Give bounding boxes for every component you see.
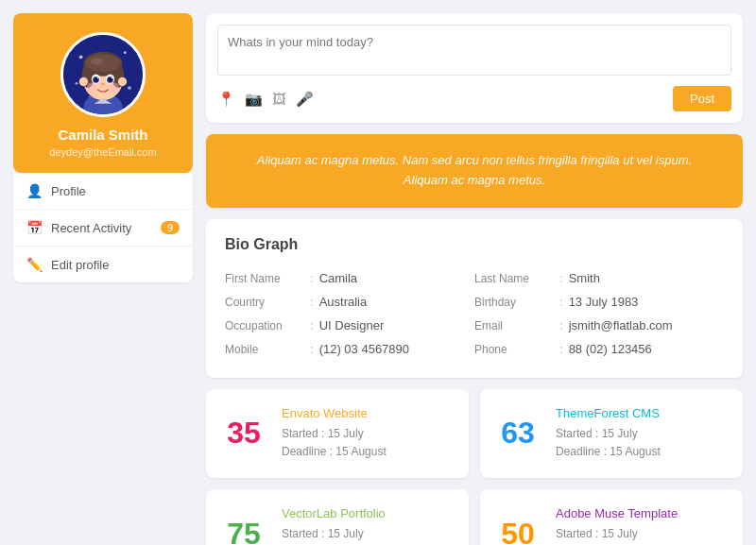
label-firstname: First Name [225, 272, 310, 285]
project-info-0: Envato Website Started : 15 July Deadlin… [282, 406, 454, 461]
value-country: Australia [319, 295, 368, 309]
project-started-3: Started : 15 July [556, 525, 728, 543]
project-number-3: 50 [495, 517, 541, 545]
sidebar-label-profile: Profile [51, 184, 86, 198]
project-card-1: 63 ThemeForest CMS Started : 15 July Dea… [480, 389, 743, 478]
svg-point-1 [79, 55, 83, 59]
project-number-2: 75 [221, 517, 266, 545]
label-mobile: Mobile [225, 343, 310, 356]
sidebar-item-edit-profile[interactable]: ✏️ Edit profile [13, 247, 193, 282]
value-email: jsmith@flatlab.com [569, 318, 673, 332]
bio-row-mobile: Mobile : (12) 03 4567890 [225, 337, 474, 361]
project-started-0: Started : 15 July [282, 425, 454, 443]
label-lastname: Last Name [474, 272, 559, 285]
profile-icon: 👤 [26, 183, 42, 198]
avatar [60, 32, 146, 117]
svg-point-13 [91, 58, 103, 64]
sidebar-label-activity: Recent Activity [51, 221, 131, 235]
value-mobile: (12) 03 4567890 [319, 342, 409, 356]
label-country: Country [225, 296, 310, 309]
value-lastname: Smith [569, 271, 600, 285]
post-area: 📍 📷 🖼 🎤 Post [206, 13, 743, 123]
value-phone: 88 (02) 123456 [569, 342, 652, 356]
project-name-2: VectorLab Portfolio [282, 506, 454, 520]
bio-row-firstname: First Name : Camila [225, 266, 474, 290]
svg-point-3 [76, 82, 78, 85]
bio-row-occupation: Occupation : UI Designer [225, 314, 474, 337]
sidebar-menu: 👤 Profile 📅 Recent Activity 9 ✏️ Edit pr… [13, 173, 193, 282]
profile-name: Camila Smith [58, 127, 147, 143]
banner-text: Aliquam ac magna metus. Nam sed arcu non… [257, 153, 692, 187]
bio-row-lastname: Last Name : Smith [474, 266, 724, 290]
project-info-1: ThemeForest CMS Started : 15 July Deadli… [556, 406, 728, 461]
svg-point-24 [101, 83, 106, 86]
microphone-icon[interactable]: 🎤 [296, 91, 314, 108]
post-textarea[interactable] [217, 25, 731, 76]
activity-badge: 9 [161, 221, 180, 234]
sidebar-item-profile[interactable]: 👤 Profile [13, 173, 193, 210]
value-firstname: Camila [319, 271, 357, 285]
bio-card: Bio Graph First Name : Camila Country : … [206, 219, 743, 378]
project-name-1: ThemeForest CMS [556, 406, 728, 420]
main-content: 📍 📷 🖼 🎤 Post Aliquam ac magna metus. Nam… [206, 13, 743, 545]
bio-grid: First Name : Camila Country : Australia … [225, 266, 724, 361]
project-started-1: Started : 15 July [556, 425, 728, 443]
label-birthday: Birthday [474, 296, 559, 309]
value-birthday: 13 July 1983 [569, 295, 639, 309]
projects-grid: 35 Envato Website Started : 15 July Dead… [206, 389, 743, 545]
project-deadline-0: Deadline : 15 August [282, 443, 454, 461]
label-occupation: Occupation [225, 319, 310, 332]
project-name-0: Envato Website [282, 406, 454, 420]
camera-icon[interactable]: 📷 [245, 91, 263, 108]
gallery-icon[interactable]: 🖼 [272, 91, 286, 107]
banner: Aliquam ac magna metus. Nam sed arcu non… [206, 134, 743, 208]
svg-point-23 [112, 77, 112, 78]
profile-card: Camila Smith deydey@theEmail.com [13, 13, 193, 173]
svg-point-26 [110, 82, 118, 91]
svg-point-2 [124, 51, 127, 54]
label-phone: Phone [474, 343, 559, 356]
bio-left-col: First Name : Camila Country : Australia … [225, 266, 474, 361]
sidebar: Camila Smith deydey@theEmail.com 👤 Profi… [13, 13, 193, 282]
svg-point-14 [79, 77, 88, 86]
bio-row-email: Email : jsmith@flatlab.com [474, 314, 724, 337]
value-occupation: UI Designer [319, 318, 385, 332]
project-card-2: 75 VectorLab Portfolio Started : 15 July… [206, 489, 469, 545]
bio-row-phone: Phone : 88 (02) 123456 [474, 337, 724, 361]
label-email: Email [474, 319, 559, 332]
bio-right-col: Last Name : Smith Birthday : 13 July 198… [474, 266, 724, 361]
project-card-0: 35 Envato Website Started : 15 July Dead… [206, 389, 469, 478]
project-name-3: Adobe Muse Template [556, 506, 728, 520]
edit-icon: ✏️ [26, 257, 42, 272]
svg-point-4 [128, 86, 131, 90]
sidebar-item-recent-activity[interactable]: 📅 Recent Activity 9 [13, 210, 193, 247]
post-actions-bar: 📍 📷 🖼 🎤 Post [217, 86, 731, 111]
project-card-3: 50 Adobe Muse Template Started : 15 July… [480, 489, 743, 545]
project-info-2: VectorLab Portfolio Started : 15 July De… [282, 506, 454, 545]
svg-point-22 [97, 77, 98, 78]
project-number-0: 35 [221, 416, 266, 451]
bio-row-birthday: Birthday : 13 July 1983 [474, 290, 724, 314]
location-icon[interactable]: 📍 [217, 91, 235, 108]
project-number-1: 63 [495, 416, 541, 451]
post-button[interactable]: Post [673, 86, 731, 111]
bio-title: Bio Graph [225, 236, 724, 253]
bio-row-country: Country : Australia [225, 290, 474, 314]
project-started-2: Started : 15 July [282, 525, 454, 543]
project-deadline-1: Deadline : 15 August [556, 443, 728, 461]
profile-email: deydey@theEmail.com [49, 146, 156, 158]
sidebar-label-edit: Edit profile [51, 258, 109, 272]
calendar-icon: 📅 [26, 220, 42, 235]
svg-point-15 [118, 77, 127, 86]
svg-point-25 [87, 82, 95, 91]
svg-point-12 [85, 55, 120, 73]
project-info-3: Adobe Muse Template Started : 15 July De… [556, 506, 728, 545]
